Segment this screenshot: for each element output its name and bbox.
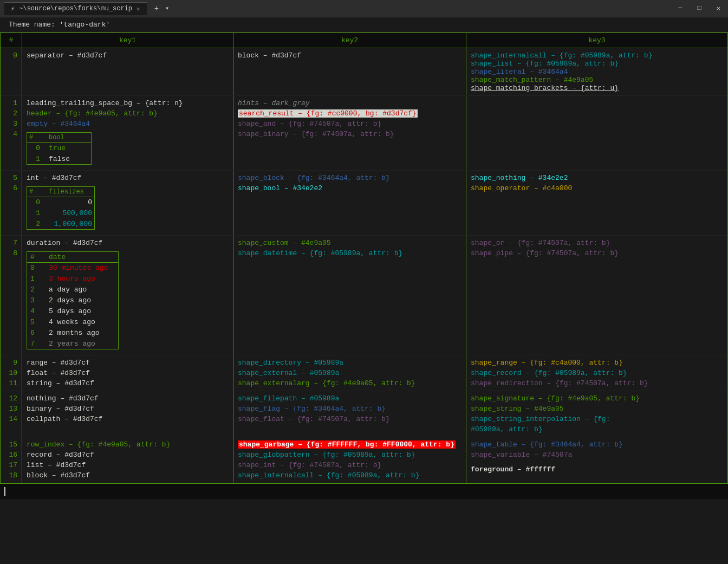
theme-name-text: Theme name: 'tango-dark' [9, 21, 110, 29]
table-row: 7 8 duration – #d3d7cf # date 0 30 minut… [1, 236, 727, 355]
tab-dropdown-button[interactable]: ▾ [162, 3, 172, 14]
filesizes-row-0: 0 0 [27, 197, 94, 208]
minimize-button[interactable]: ─ [675, 3, 685, 14]
date-row-3: 3 2 days ago [27, 295, 118, 306]
row-56-nums: 5 6 [1, 171, 22, 235]
terminal-icon: ⚡ [11, 5, 15, 13]
col-header-num: # [1, 33, 22, 48]
titlebar: ⚡ ~\source\repos\forks\nu_scrip ✕ + ▾ ─ … [0, 0, 728, 17]
table-row: 0 separator – #d3d7cf block – #d3d7cf sh… [1, 48, 727, 96]
theme-name-bar: Theme name: 'tango-dark' [0, 17, 728, 33]
table-row: 12 13 14 nothing – #d3d7cf binary – #d3d… [1, 391, 727, 437]
filesizes-row-2: 2 1,000,000 [27, 219, 94, 229]
filesizes-table: # filesizes 0 0 1 500,000 2 1,000,000 [27, 186, 95, 230]
date-row-5: 5 4 weeks ago [27, 317, 118, 328]
row-56-key1: int – #d3d7cf # filesizes 0 0 1 500,000 [22, 171, 233, 235]
row-0-num: 0 [1, 48, 22, 95]
cursor-line [0, 484, 728, 499]
col-header-key3: key3 [466, 33, 727, 48]
filesizes-row-1: 1 500,000 [27, 208, 94, 219]
row-1518-key2: shape_garbage – {fg: #FFFFFF, bg: #FF000… [233, 437, 466, 483]
new-tab-button[interactable]: + [151, 3, 162, 14]
tab-label: ~\source\repos\forks\nu_scrip [19, 5, 132, 12]
date-row-0: 0 30 minutes ago [27, 263, 118, 274]
tab-close-button[interactable]: ✕ [136, 5, 140, 12]
table-row: 1 2 3 4 leading_trailing_space_bg – {att… [1, 96, 727, 171]
row-1214-key3: shape_signature – {fg: #4e9a05, attr: b}… [466, 391, 727, 437]
row-1214-key1: nothing – #d3d7cf binary – #d3d7cf cellp… [22, 391, 233, 437]
main-table: # key1 key2 key3 0 separator – #d3d7cf b… [0, 33, 728, 484]
row-56-key2: shape_block – {fg: #3464a4, attr: b} sha… [233, 171, 466, 235]
bool-row-1: 1 false [27, 154, 91, 164]
row-0-key2: block – #d3d7cf [233, 48, 466, 95]
row-0-key1: separator – #d3d7cf [22, 48, 233, 95]
row-1234-key1: leading_trailing_space_bg – {attr: n} he… [22, 96, 233, 170]
bool-table: # bool 0 true 1 false [27, 132, 92, 165]
row-1234-key2: hints – dark_gray search_result – {fg: #… [233, 96, 466, 170]
row-56-key3: shape_nothing – #34e2e2 shape_operator –… [466, 171, 727, 235]
cursor-blink [4, 487, 5, 496]
row-911-key2: shape_directory – #05989a shape_external… [233, 355, 466, 391]
date-row-7: 7 2 years ago [27, 339, 118, 349]
row-0-key3: shape_internalcall – {fg: #05989a, attr:… [466, 48, 727, 95]
row-1518-nums: 15 16 17 18 [1, 437, 22, 483]
table-row: 5 6 int – #d3d7cf # filesizes 0 0 1 [1, 171, 727, 236]
bool-row-0: 0 true [27, 143, 91, 154]
row-1234-key3 [466, 96, 727, 170]
date-row-4: 4 5 days ago [27, 306, 118, 317]
window-controls: ─ □ ✕ [675, 3, 724, 14]
col-header-key1: key1 [22, 33, 233, 48]
table-row: 15 16 17 18 row_index – {fg: #4e9a05, at… [1, 437, 727, 483]
row-911-key1: range – #d3d7cf float – #d3d7cf string –… [22, 355, 233, 391]
date-row-6: 6 2 months ago [27, 328, 118, 339]
months-ago-text: 2 months ago [49, 329, 100, 337]
maximize-button[interactable]: □ [694, 3, 705, 14]
row-78-nums: 7 8 [1, 236, 22, 355]
row-1214-key2: shape_filepath – #05989a shape_flag – {f… [233, 391, 466, 437]
table-header: # key1 key2 key3 [1, 33, 727, 48]
row-1518-key3: shape_table – {fg: #3464a4, attr: b} sha… [466, 437, 727, 483]
row-78-key3: shape_or – {fg: #74507a, attr: b} shape_… [466, 236, 727, 355]
row-78-key1: duration – #d3d7cf # date 0 30 minutes a… [22, 236, 233, 355]
date-row-2: 2 a day ago [27, 284, 118, 295]
row-911-key3: shape_range – {fg: #c4a000, attr: b} sha… [466, 355, 727, 391]
row-1234-nums: 1 2 3 4 [1, 96, 22, 170]
col-header-key2: key2 [233, 33, 466, 48]
row-911-nums: 9 10 11 [1, 355, 22, 391]
date-row-1: 1 3 hours ago [27, 274, 118, 284]
row-1518-key1: row_index – {fg: #4e9a05, attr: b} recor… [22, 437, 233, 483]
table-row: 9 10 11 range – #d3d7cf float – #d3d7cf … [1, 355, 727, 391]
date-table: # date 0 30 minutes ago 1 3 hours ago 2 … [27, 251, 119, 349]
row-1214-nums: 12 13 14 [1, 391, 22, 437]
tab-active[interactable]: ⚡ ~\source\repos\forks\nu_scrip ✕ [4, 2, 147, 15]
close-window-button[interactable]: ✕ [713, 3, 724, 14]
row-78-key2: shape_custom – #4e9a05 shape_datetime – … [233, 236, 466, 355]
